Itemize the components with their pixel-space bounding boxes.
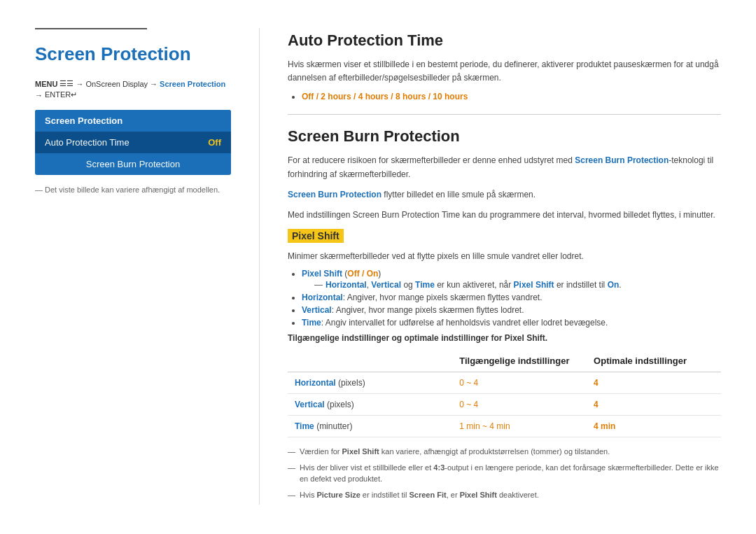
auto-protection-options: Off / 2 hours / 4 hours / 8 hours / 10 h… xyxy=(302,92,721,101)
sp-auto-protection-item[interactable]: Auto Protection Time Off xyxy=(35,132,231,153)
left-panel: Screen Protection MENU ☰☰ → OnScreen Dis… xyxy=(35,28,231,505)
breadcrumb-arrow2: → xyxy=(150,80,158,88)
footer-notes: — Værdien for Pixel Shift kan variere, a… xyxy=(288,446,721,500)
pixel-shift-bullet3: Vertical: Angiver, hvor mange pixels skæ… xyxy=(302,305,721,315)
pixel-shift-bullet1: Pixel Shift (Off / On) — Horizontal, Ver… xyxy=(302,269,721,290)
table-note: Tilgængelige indstillinger og optimale i… xyxy=(288,333,721,343)
right-panel: Auto Protection Time Hvis skærmen viser … xyxy=(259,28,721,505)
page-title: Screen Protection xyxy=(35,43,231,65)
pixel-shift-link: Pixel Shift xyxy=(302,269,342,279)
table-row: Time (minutter)1 min ~ 4 min4 min xyxy=(288,416,721,437)
breadcrumb-item2: Screen Protection xyxy=(160,80,225,88)
auto-protection-options-list: Off / 2 hours / 4 hours / 8 hours / 10 h… xyxy=(302,92,721,101)
table-cell-label-1: Vertical (pixels) xyxy=(288,394,452,416)
table-header-col3: Optimale indstillinger xyxy=(587,350,721,372)
screen-burn-desc3: Med indstillingen Screen Burn Protection… xyxy=(288,209,721,222)
table-cell-label-0: Horizontal (pixels) xyxy=(288,372,452,394)
sp-auto-label: Auto Protection Time xyxy=(45,137,130,148)
note-3: — Hvis Picture Size er indstillet til Sc… xyxy=(288,489,721,501)
screen-burn-title: Screen Burn Protection xyxy=(288,127,721,146)
pixel-shift-bullet4: Time: Angiv intervallet for udførelse af… xyxy=(302,318,721,328)
breadcrumb-menu-symbols: ☰☰ xyxy=(59,79,74,88)
note-1-text: Værdien for Pixel Shift kan variere, afh… xyxy=(300,446,610,458)
auto-protection-options-text: Off / 2 hours / 4 hours / 8 hours / 10 h… xyxy=(302,92,468,101)
pixel-shift-desc: Minimer skærmefterbilleder ved at flytte… xyxy=(288,250,721,263)
breadcrumb: MENU ☰☰ → OnScreen Display → Screen Prot… xyxy=(35,79,231,99)
breadcrumb-arrow1: → xyxy=(76,80,83,88)
note-2-text: Hvis der bliver vist et stillbillede ell… xyxy=(300,462,721,485)
sp-burn-item[interactable]: Screen Burn Protection xyxy=(35,153,231,175)
note-1: — Værdien for Pixel Shift kan variere, a… xyxy=(288,446,721,458)
pixel-shift-off-on: Off / On xyxy=(347,269,378,279)
table-cell-range-1: 0 ~ 4 xyxy=(452,394,587,416)
breadcrumb-arrow3: → xyxy=(35,91,43,99)
pixel-shift-sub-note: — Horizontal, Vertical og Time er kun ak… xyxy=(314,280,721,290)
pixel-shift-table: Tilgængelige indstillinger Optimale inds… xyxy=(288,350,721,437)
screen-burn-section: Screen Burn Protection For at reducere r… xyxy=(288,127,721,500)
pixel-shift-badge: Pixel Shift xyxy=(288,229,344,243)
breadcrumb-enter: ENTER↵ xyxy=(45,90,77,99)
table-header-col2: Tilgængelige indstillinger xyxy=(452,350,587,372)
table-cell-optimal-2: 4 min xyxy=(587,416,721,437)
breadcrumb-item1: OnScreen Display xyxy=(85,80,148,88)
desc1-highlight: Screen Burn Protection xyxy=(575,155,668,165)
table-cell-optimal-1: 4 xyxy=(587,394,721,416)
desc2-highlight: Screen Burn Protection xyxy=(288,190,382,199)
note-3-text: Hvis Picture Size er indstillet til Scre… xyxy=(300,489,539,501)
desc2-end: flytter billedet en lille smule på skærm… xyxy=(382,190,536,199)
table-row: Horizontal (pixels)0 ~ 44 xyxy=(288,372,721,394)
screen-protection-menu-box: Screen Protection Auto Protection Time O… xyxy=(35,110,231,175)
auto-protection-desc: Hvis skærmen viser et stillbillede i en … xyxy=(288,58,721,85)
model-note: — Det viste billede kan variere afhængig… xyxy=(35,185,231,194)
sp-auto-value: Off xyxy=(208,137,221,148)
table-cell-range-0: 0 ~ 4 xyxy=(452,372,587,394)
table-cell-range-2: 1 min ~ 4 min xyxy=(452,416,587,437)
screen-burn-desc2: Screen Burn Protection flytter billedet … xyxy=(288,188,721,202)
pixel-shift-bullet2: Horizontal: Angiver, hvor mange pixels s… xyxy=(302,293,721,302)
table-header-col1 xyxy=(288,350,452,372)
top-line-decoration xyxy=(35,28,147,29)
table-cell-label-2: Time (minutter) xyxy=(288,416,452,437)
screen-burn-desc1: For at reducere risikoen for skærmefterb… xyxy=(288,154,721,181)
pixel-shift-sub-text: Horizontal, Vertical og Time er kun akti… xyxy=(326,280,622,290)
desc1-text: For at reducere risikoen for skærmefterb… xyxy=(288,155,575,165)
sp-box-header: Screen Protection xyxy=(35,110,231,132)
note-2: — Hvis der bliver vist et stillbillede e… xyxy=(288,462,721,485)
table-cell-optimal-0: 4 xyxy=(587,372,721,394)
section-divider xyxy=(288,114,721,115)
auto-protection-section: Auto Protection Time Hvis skærmen viser … xyxy=(288,31,721,101)
pixel-shift-bullets: Pixel Shift (Off / On) — Horizontal, Ver… xyxy=(302,269,721,328)
auto-protection-title: Auto Protection Time xyxy=(288,31,721,50)
breadcrumb-menu: MENU xyxy=(35,80,57,88)
table-row: Vertical (pixels)0 ~ 44 xyxy=(288,394,721,416)
